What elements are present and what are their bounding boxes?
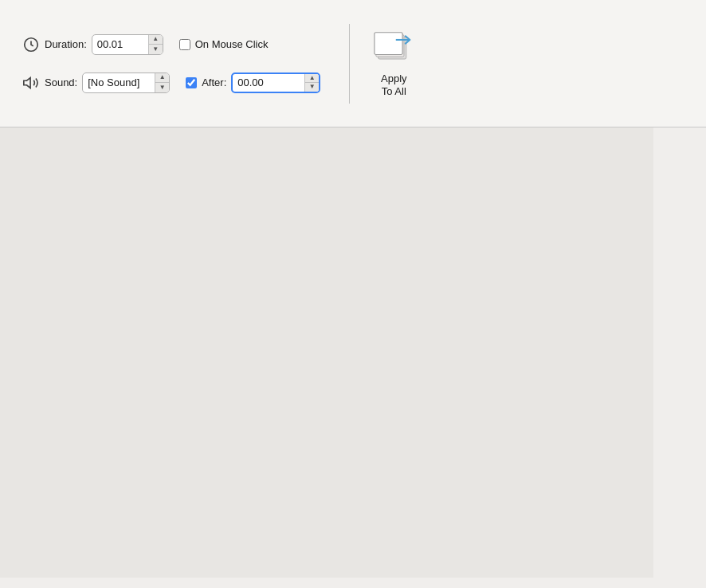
on-mouse-click-section: On Mouse Click <box>179 38 269 50</box>
after-spinbox[interactable]: ▲ ▼ <box>231 73 320 93</box>
sound-spinbox[interactable]: ▲ ▼ <box>82 73 170 93</box>
svg-rect-4 <box>375 33 402 55</box>
after-section: After: ▲ ▼ <box>186 73 320 93</box>
sound-label: Sound: <box>45 76 77 88</box>
after-down-button[interactable]: ▼ <box>305 83 319 92</box>
toolbar-row-2: Sound: ▲ ▼ After: ▲ ▼ <box>10 65 333 101</box>
sound-spinbox-buttons: ▲ ▼ <box>155 73 169 92</box>
on-mouse-click-label: On Mouse Click <box>195 38 269 50</box>
apply-to-all-button[interactable]: Apply To All <box>366 25 422 102</box>
after-checkbox[interactable] <box>186 77 197 88</box>
after-input[interactable] <box>233 74 304 92</box>
after-up-button[interactable]: ▲ <box>305 74 319 84</box>
duration-up-button[interactable]: ▲ <box>149 35 163 45</box>
duration-input[interactable] <box>92 35 148 54</box>
on-mouse-click-checkbox[interactable] <box>179 39 190 50</box>
toolbar-controls: Duration: ▲ ▼ On Mouse Click <box>10 26 333 101</box>
duration-spinbox[interactable]: ▲ ▼ <box>92 34 163 55</box>
after-label: After: <box>202 76 226 88</box>
sound-up-button[interactable]: ▲ <box>155 73 169 84</box>
sound-down-button[interactable]: ▼ <box>155 83 169 92</box>
after-spinbox-buttons: ▲ ▼ <box>304 74 319 92</box>
toolbar-row-1: Duration: ▲ ▼ On Mouse Click <box>10 26 333 63</box>
apply-to-all-label: Apply To All <box>381 73 407 97</box>
duration-down-button[interactable]: ▼ <box>149 45 163 54</box>
sound-input[interactable] <box>83 73 155 92</box>
vertical-divider <box>349 24 350 104</box>
clock-icon <box>22 36 40 53</box>
duration-label: Duration: <box>45 38 87 50</box>
duration-spinbox-buttons: ▲ ▼ <box>148 35 163 54</box>
sound-section: Sound: ▲ ▼ <box>22 73 170 93</box>
svg-marker-1 <box>24 77 30 88</box>
toolbar: Duration: ▲ ▼ On Mouse Click <box>0 0 706 127</box>
duration-section: Duration: ▲ ▼ <box>22 34 163 55</box>
apply-to-all-icon <box>374 29 414 69</box>
sound-icon <box>22 74 40 92</box>
main-canvas <box>0 127 653 578</box>
